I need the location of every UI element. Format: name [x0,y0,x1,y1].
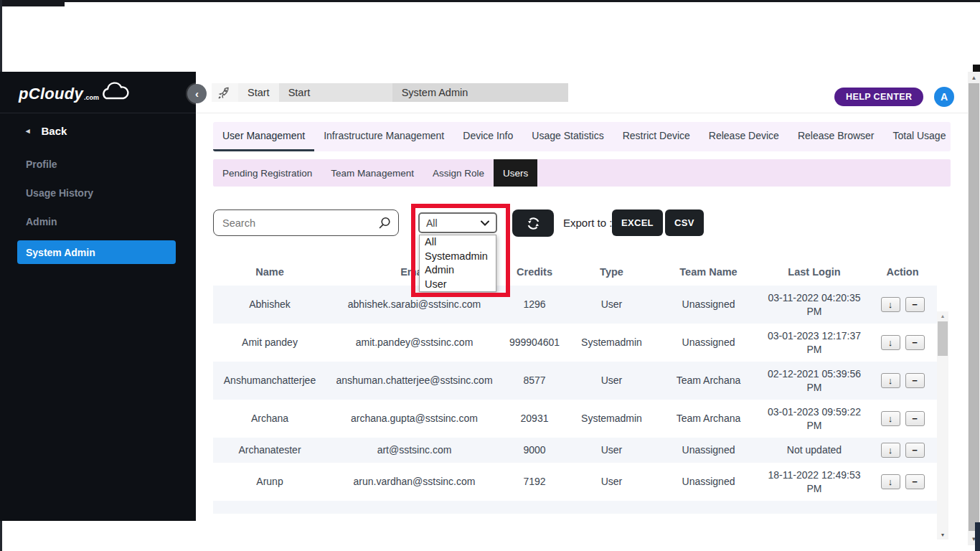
remove-user-button[interactable]: − [905,335,925,350]
cell-type: User [567,443,656,457]
cell-credits: 1296 [502,298,567,311]
filter-option-user[interactable]: User [420,278,496,292]
tab-release-device[interactable]: Release Device [699,122,788,151]
table-row: Abhishek abhishek.sarabi@sstsinc.com 129… [213,286,937,324]
cell-action: ↓ − [868,474,937,489]
tab-device-info[interactable]: Device Info [453,122,522,151]
cell-name: Anshumanchatterjee [213,374,326,387]
tab-total-usage[interactable]: Total Usage [884,122,951,151]
back-arrow-icon: ◂ [26,126,30,136]
avatar[interactable]: A [934,87,954,107]
remove-user-button[interactable]: − [905,443,925,458]
download-user-button[interactable]: ↓ [881,373,900,388]
refresh-button[interactable] [512,209,554,237]
refresh-icon [526,216,541,231]
export-csv-button[interactable]: CSV [665,209,704,236]
remove-user-button[interactable]: − [905,474,925,489]
remove-user-button[interactable]: − [905,297,925,312]
table-scrollbar: ▲ ▼ [937,311,948,540]
filter-option-systemadmin[interactable]: Systemadmin [420,250,496,264]
tab-infrastructure-management[interactable]: Infrastructure Management [314,122,453,151]
sidebar-collapse-button[interactable]: ‹ [187,84,207,103]
breadcrumb: Start Start System Admin [212,83,568,102]
column-header-type: Type [567,265,656,280]
remove-user-button[interactable]: − [905,373,925,388]
tab-release-browser[interactable]: Release Browser [788,122,884,151]
search-icon [378,217,391,232]
window-top-edge [0,0,980,2]
cell-credits: 9000 [502,443,567,457]
table-row: Archana archana.gupta@sstsinc.com 20931 … [213,400,937,438]
page-scrollbar-thumb[interactable] [969,83,979,531]
rocket-icon [212,83,238,102]
breadcrumb-system-admin[interactable]: System Admin [392,83,568,102]
scroll-down-arrow-icon[interactable]: ▼ [937,530,948,540]
sidebar-item-admin[interactable]: Admin [26,216,57,227]
sidebar: pCloudy.com ◂ Back Profile Usage History… [0,72,196,521]
subtab-assign-role[interactable]: Assign Role [423,159,494,187]
cell-team: Unassigned [656,475,760,489]
column-header-name: Name [213,265,326,280]
subtab-team-management[interactable]: Team Management [321,159,423,187]
sidebar-item-profile[interactable]: Profile [26,159,57,170]
role-filter-value: All [426,217,438,229]
download-user-button[interactable]: ↓ [881,297,900,312]
main-content: Start Start System Admin HELP CENTER A U… [196,72,968,551]
cell-email: abhishek.sarabi@sstsinc.com [326,298,502,311]
download-user-button[interactable]: ↓ [881,335,900,350]
tab-usage-statistics[interactable]: Usage Statistics [522,122,613,151]
cell-last-login: 02-12-2021 05:39:56 PM [760,367,868,395]
cell-type: Systemadmin [567,336,656,349]
table-row: Anshumanchatterjee anshuman.chatterjee@s… [213,362,937,400]
page-scroll-up-arrow-icon[interactable]: ▲ [968,73,980,83]
cell-action: ↓ − [868,335,937,350]
remove-user-button[interactable]: − [905,411,925,426]
download-user-button[interactable]: ↓ [881,443,900,458]
scroll-up-arrow-icon[interactable]: ▲ [937,311,948,321]
cell-type: User [567,475,656,489]
filter-option-all[interactable]: All [420,235,496,250]
subtab-pending-registration[interactable]: Pending Registration [213,159,321,187]
table-row: Archanatester art@sstsinc.com 9000 User … [213,438,937,463]
table-scrollbar-thumb[interactable] [938,321,948,356]
sidebar-item-system-admin[interactable]: System Admin [17,240,176,264]
download-user-button[interactable]: ↓ [881,474,900,489]
cell-name: Arunp [213,475,326,489]
sidebar-item-usage-history[interactable]: Usage History [26,187,93,199]
cell-name: Archanatester [213,443,326,457]
download-user-button[interactable]: ↓ [881,411,900,426]
cell-team: Team Archana [656,412,760,425]
subtab-users[interactable]: Users [494,159,537,187]
search-box [213,209,399,236]
sidebar-divider [0,113,196,113]
cell-type: Systemadmin [567,412,656,425]
minus-icon: − [912,376,918,385]
table-header: Name Email Credits Type Team Name Last L… [213,260,937,286]
tab-restrict-device[interactable]: Restrict Device [613,122,699,151]
help-center-button[interactable]: HELP CENTER [834,88,923,106]
cell-name: Archana [213,412,326,425]
cloud-icon [100,82,129,102]
search-input[interactable] [214,210,398,235]
cell-last-login: 03-01-2023 09:59:22 PM [760,405,868,433]
download-icon: ↓ [888,446,893,455]
breadcrumb-start-1[interactable]: Start [238,83,279,102]
filter-option-admin[interactable]: Admin [420,263,496,278]
column-header-credits: Credits [502,265,567,280]
users-table: Name Email Credits Type Team Name Last L… [213,260,948,514]
download-icon: ↓ [888,376,893,385]
export-excel-button[interactable]: EXCEL [612,209,663,236]
tab-user-management[interactable]: User Management [213,122,314,151]
breadcrumb-start-2[interactable]: Start [279,83,392,102]
chevron-down-icon [481,220,489,226]
download-icon: ↓ [888,477,893,486]
back-button[interactable]: ◂ Back [26,125,67,137]
subtab-bar: Pending Registration Team Management Ass… [213,159,951,187]
cell-team: Unassigned [656,443,760,457]
role-filter-select[interactable]: All [418,212,497,233]
cell-email: art@sstsinc.com [326,443,502,457]
cell-last-login: 18-11-2022 12:49:53 PM [760,468,868,496]
pcloudy-logo[interactable]: pCloudy.com [19,82,129,103]
download-icon: ↓ [888,300,893,309]
page-scrollbar: ▲ ▼ [968,72,980,545]
